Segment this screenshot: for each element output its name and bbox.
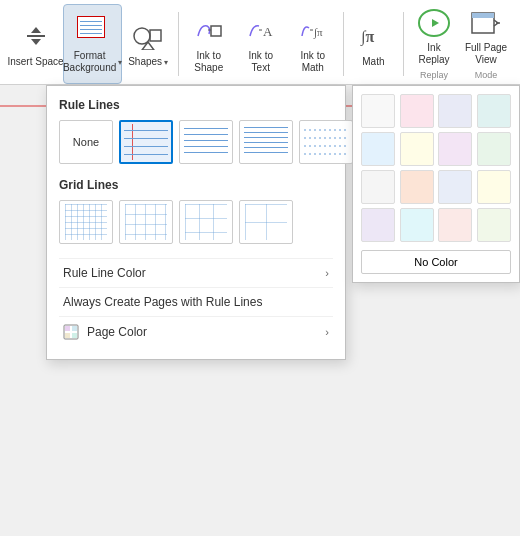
color-cell-14[interactable]	[438, 208, 472, 242]
color-cell-7[interactable]	[477, 132, 511, 166]
replay-group-label: Replay	[408, 70, 460, 80]
full-page-view-icon	[470, 8, 502, 38]
divider-2	[343, 12, 344, 76]
color-cell-0[interactable]	[361, 94, 395, 128]
insert-space-icon	[20, 20, 52, 52]
color-palette-panel: No Color	[352, 85, 520, 283]
grid-option-2[interactable]	[119, 200, 173, 244]
ink-to-shape-icon	[193, 14, 225, 46]
ink-to-shape-button[interactable]: Ink toShape	[183, 4, 235, 84]
color-grid	[361, 94, 511, 242]
page-color-label: Page Color	[87, 325, 147, 339]
wide-rule-preview	[124, 124, 168, 160]
format-background-button[interactable]: FormatBackground ▾	[63, 4, 122, 84]
ink-to-text-label: Ink toText	[249, 50, 273, 74]
divider-3	[403, 12, 404, 76]
format-background-label: FormatBackground	[63, 50, 116, 74]
rule-option-none[interactable]: None	[59, 120, 113, 164]
rule-lines-options: None	[59, 120, 333, 164]
insert-space-label: Insert Space	[7, 56, 63, 68]
page-color-arrow: ›	[325, 326, 329, 338]
color-cell-11[interactable]	[477, 170, 511, 204]
no-color-button[interactable]: No Color	[361, 250, 511, 274]
grid-option-4[interactable]	[239, 200, 293, 244]
svg-rect-20	[72, 326, 77, 331]
svg-text:A: A	[263, 24, 273, 39]
shapes-icon	[132, 20, 164, 52]
ink-to-shape-label: Ink toShape	[194, 50, 223, 74]
shapes-label: Shapes	[128, 56, 162, 68]
color-cell-6[interactable]	[438, 132, 472, 166]
svg-rect-3	[211, 26, 221, 36]
svg-rect-21	[65, 333, 70, 338]
rule-line-color-item[interactable]: Rule Line Color ›	[59, 258, 333, 287]
ink-to-math-label: Ink toMath	[301, 50, 325, 74]
page-color-left: Page Color	[63, 324, 147, 340]
rule-option-narrow[interactable]	[239, 120, 293, 164]
rule-option-dotted[interactable]	[299, 120, 353, 164]
svg-rect-14	[65, 204, 107, 240]
math-label: Math	[362, 56, 384, 68]
svg-rect-22	[72, 333, 77, 338]
rule-lines-section-title: Rule Lines	[59, 98, 333, 112]
always-create-pages-label: Always Create Pages with Rule Lines	[63, 295, 262, 309]
color-cell-8[interactable]	[361, 170, 395, 204]
divider-1	[178, 12, 179, 76]
color-cell-1[interactable]	[400, 94, 434, 128]
page-color-item[interactable]: Page Color ›	[59, 316, 333, 347]
grid-option-1[interactable]	[59, 200, 113, 244]
color-cell-9[interactable]	[400, 170, 434, 204]
color-cell-5[interactable]	[400, 132, 434, 166]
color-cell-15[interactable]	[477, 208, 511, 242]
format-background-dropdown: Rule Lines None	[46, 85, 346, 360]
grid-option-3[interactable]	[179, 200, 233, 244]
color-cell-2[interactable]	[438, 94, 472, 128]
color-cell-13[interactable]	[400, 208, 434, 242]
format-background-icon	[77, 14, 109, 46]
always-create-pages-item[interactable]: Always Create Pages with Rule Lines	[59, 287, 333, 316]
ink-to-math-button[interactable]: ∫π Ink toMath	[287, 4, 339, 84]
dotted-rule-preview	[304, 124, 348, 160]
color-cell-12[interactable]	[361, 208, 395, 242]
rule-option-medium[interactable]	[179, 120, 233, 164]
svg-rect-9	[472, 13, 494, 18]
svg-marker-7	[432, 19, 439, 27]
grid-lines-section-title: Grid Lines	[59, 178, 333, 192]
rule-line-color-label: Rule Line Color	[63, 266, 146, 280]
color-cell-3[interactable]	[477, 94, 511, 128]
svg-rect-15	[125, 204, 167, 240]
ink-replay-button[interactable]: InkReplay Replay	[408, 4, 460, 84]
insert-space-button[interactable]: Insert Space	[8, 4, 63, 84]
svg-rect-16	[185, 204, 227, 240]
full-page-view-button[interactable]: Full PageView Mode	[460, 4, 512, 84]
ink-to-math-icon: ∫π	[297, 14, 329, 46]
color-cell-10[interactable]	[438, 170, 472, 204]
ink-replay-label: InkReplay	[418, 42, 449, 66]
rule-option-wide[interactable]	[119, 120, 173, 164]
ink-to-text-button[interactable]: A Ink toText	[235, 4, 287, 84]
ink-to-text-icon: A	[245, 14, 277, 46]
narrow-rule-preview	[244, 124, 288, 160]
rule-line-color-arrow: ›	[325, 267, 329, 279]
toolbar: Insert Space FormatBackground ▾	[0, 0, 520, 85]
full-page-view-label: Full PageView	[465, 42, 507, 66]
svg-rect-1	[150, 30, 161, 41]
grid-lines-options	[59, 200, 333, 244]
ink-replay-icon	[418, 8, 450, 38]
page-color-icon	[63, 324, 79, 340]
medium-rule-preview	[184, 124, 228, 160]
color-cell-4[interactable]	[361, 132, 395, 166]
content-area: Rule Lines None	[0, 85, 520, 536]
none-label: None	[73, 136, 99, 148]
svg-rect-19	[65, 326, 70, 331]
math-button[interactable]: ∫π Math	[347, 4, 399, 84]
svg-rect-17	[245, 204, 287, 240]
svg-text:∫π: ∫π	[313, 26, 323, 39]
shapes-button[interactable]: Shapes ▾	[122, 4, 174, 84]
svg-text:∫π: ∫π	[360, 28, 374, 47]
mode-group-label: Mode	[460, 70, 512, 80]
math-icon: ∫π	[357, 20, 389, 52]
shapes-dropdown-arrow: ▾	[164, 58, 168, 67]
